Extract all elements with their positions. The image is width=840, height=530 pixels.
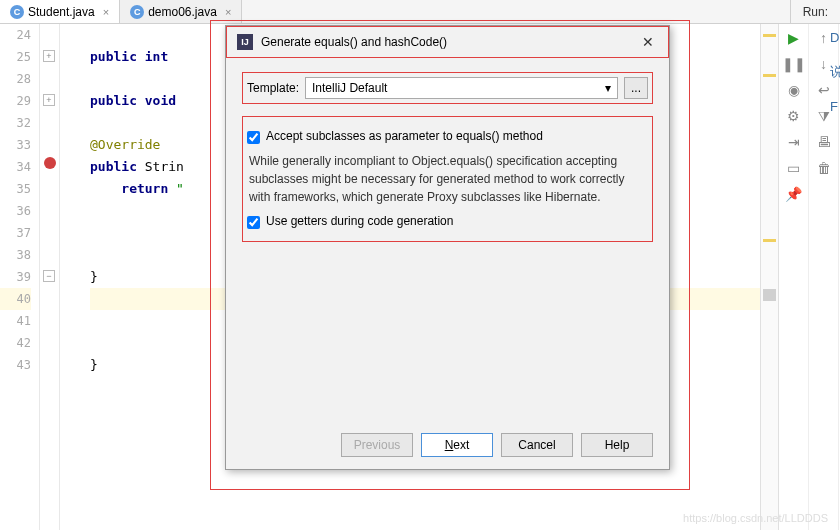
editor-tabs: C Student.java × C demo06.java × bbox=[0, 0, 790, 23]
dialog-button-row: Previous Next Cancel Help bbox=[226, 421, 669, 469]
intellij-icon: IJ bbox=[237, 34, 253, 50]
close-icon[interactable]: × bbox=[103, 6, 109, 18]
java-class-icon: C bbox=[10, 5, 24, 19]
use-getters-checkbox[interactable]: Use getters during code generation bbox=[247, 214, 648, 229]
breakpoint-icon[interactable] bbox=[44, 157, 56, 169]
print-icon[interactable]: 🖶 bbox=[816, 134, 832, 150]
line-number-gutter: 24 25 28 29 32 33 34 35 36 37 38 39 40 4… bbox=[0, 24, 40, 530]
exit-icon[interactable]: ⇥ bbox=[786, 134, 802, 150]
close-icon[interactable]: ✕ bbox=[638, 34, 658, 50]
tool-window-tab[interactable]: 说 bbox=[830, 63, 840, 81]
scrollbar-minimap[interactable] bbox=[761, 24, 779, 530]
pause-icon[interactable]: ❚❚ bbox=[786, 56, 802, 72]
dialog-titlebar[interactable]: IJ Generate equals() and hashCode() ✕ bbox=[226, 26, 669, 58]
accept-subclasses-checkbox[interactable]: Accept subclasses as parameter to equals… bbox=[247, 129, 648, 144]
template-label: Template: bbox=[247, 81, 299, 95]
top-bar: C Student.java × C demo06.java × Run: bbox=[0, 0, 840, 24]
tab-student[interactable]: C Student.java × bbox=[0, 0, 120, 23]
tool-window-tab[interactable]: F bbox=[830, 99, 840, 114]
trash-icon[interactable]: 🗑 bbox=[816, 160, 832, 176]
dialog-title: Generate equals() and hashCode() bbox=[261, 35, 447, 49]
tab-label: Student.java bbox=[28, 5, 95, 19]
help-button[interactable]: Help bbox=[581, 433, 653, 457]
fold-expand-icon[interactable]: + bbox=[43, 94, 55, 106]
layout-icon[interactable]: ▭ bbox=[786, 160, 802, 176]
camera-icon[interactable]: ◉ bbox=[786, 82, 802, 98]
watermark: https://blog.csdn.net/LLDDDS bbox=[683, 512, 828, 524]
chevron-down-icon: ▾ bbox=[605, 81, 611, 95]
dialog-body: Template: IntelliJ Default ▾ ... Accept … bbox=[226, 58, 669, 421]
fold-collapse-icon[interactable]: − bbox=[43, 270, 55, 282]
cancel-button[interactable]: Cancel bbox=[501, 433, 573, 457]
close-icon[interactable]: × bbox=[225, 6, 231, 18]
previous-button: Previous bbox=[341, 433, 413, 457]
fold-gutter: + + − bbox=[40, 24, 60, 530]
description-text: While generally incompliant to Object.eq… bbox=[249, 152, 648, 206]
java-class-icon: C bbox=[130, 5, 144, 19]
tab-label: demo06.java bbox=[148, 5, 217, 19]
pin-icon[interactable]: 📌 bbox=[786, 186, 802, 202]
run-icon[interactable]: ▶ bbox=[786, 30, 802, 46]
right-toolbar: ▶ ❚❚ ◉ ⚙ ⇥ ▭ 📌 ↑ ↓ ↩ ⧩ 🖶 🗑 bbox=[760, 24, 840, 530]
collapsed-tool-windows: D 说 F bbox=[830, 30, 840, 114]
settings-icon[interactable]: ⚙ bbox=[786, 108, 802, 124]
template-browse-button[interactable]: ... bbox=[624, 77, 648, 99]
tool-column-1: ▶ ❚❚ ◉ ⚙ ⇥ ▭ 📌 bbox=[779, 24, 809, 530]
run-panel-label: Run: bbox=[790, 0, 840, 23]
fold-expand-icon[interactable]: + bbox=[43, 50, 55, 62]
next-button[interactable]: Next bbox=[421, 433, 493, 457]
template-dropdown[interactable]: IntelliJ Default ▾ bbox=[305, 77, 618, 99]
tab-demo06[interactable]: C demo06.java × bbox=[120, 0, 242, 23]
generate-equals-dialog: IJ Generate equals() and hashCode() ✕ Te… bbox=[225, 25, 670, 470]
tool-window-tab[interactable]: D bbox=[830, 30, 840, 45]
